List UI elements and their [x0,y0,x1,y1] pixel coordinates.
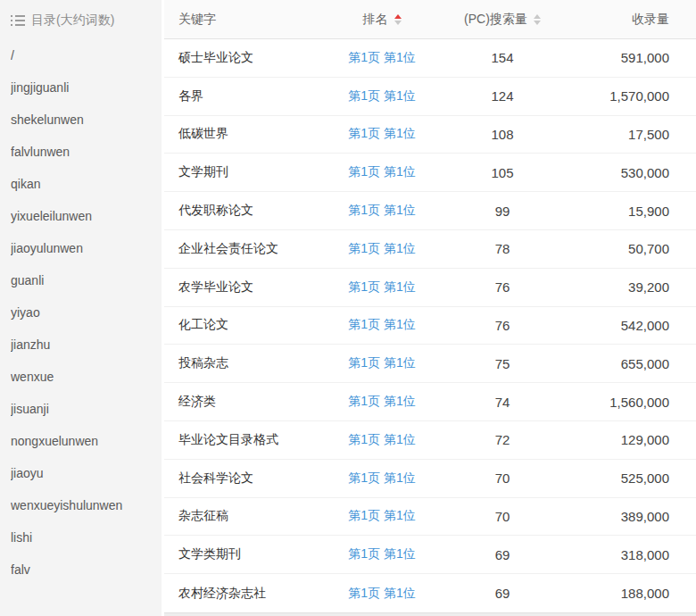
sidebar-item-directory[interactable]: jingjiguanli [11,71,162,104]
rank-cell: 第1页 第1位 [319,546,444,562]
sort-asc-arrow-icon[interactable] [534,14,541,19]
rank-cell: 第1页 第1位 [319,470,444,487]
sidebar-item-directory[interactable]: jiaoyu [11,457,162,489]
pc-search-volume-cell: 108 [444,127,560,142]
keyword-cell: 低碳世界 [164,126,319,142]
rank-link[interactable]: 第1页 第1位 [348,546,415,561]
table-row: 投稿杂志第1页 第1位75655,000 [164,345,696,383]
sidebar-item-directory[interactable]: lishi [11,521,162,554]
sort-desc-arrow-icon[interactable] [394,21,402,25]
keyword-cell: 文学期刊 [164,164,319,180]
indexed-count-cell: 15,900 [560,204,696,219]
indexed-count-cell: 39,200 [560,279,696,295]
rank-link[interactable]: 第1页 第1位 [348,470,415,485]
indexed-count-cell: 530,000 [560,165,696,180]
table-row: 企业社会责任论文第1页 第1位7850,700 [164,230,696,269]
sort-desc-arrow-icon[interactable] [534,21,541,25]
indexed-count-cell: 1,570,000 [560,88,696,104]
table-row: 毕业论文目录格式第1页 第1位72129,000 [164,421,696,460]
pc-search-volume-cell: 69 [444,586,560,601]
sidebar: 目录(大约词数) /jingjiguanlishekelunwenfalvlun… [0,0,162,616]
sidebar-header: 目录(大约词数) [11,11,162,30]
rank-link[interactable]: 第1页 第1位 [348,88,415,103]
rank-link[interactable]: 第1页 第1位 [348,203,415,217]
pc-search-volume-cell: 69 [444,547,560,562]
indexed-count-cell: 525,000 [560,470,696,486]
keyword-cell: 农学毕业论文 [164,279,319,296]
pc-search-volume-cell: 124 [444,88,560,104]
table-row: 硕士毕业论文第1页 第1位154591,000 [164,39,696,78]
indexed-count-cell: 318,000 [560,547,696,562]
rank-link[interactable]: 第1页 第1位 [348,586,415,600]
rank-cell: 第1页 第1位 [319,203,444,219]
sidebar-item-directory[interactable]: jisuanji [11,393,162,425]
keyword-rank-app: 目录(大约词数) /jingjiguanlishekelunwenfalvlun… [0,0,696,616]
pc-search-volume-cell: 76 [444,279,560,295]
sidebar-item-directory[interactable]: falvlunwen [11,136,162,168]
keyword-cell: 化工论文 [164,317,319,333]
list-icon [11,14,25,27]
sidebar-item-directory[interactable]: wenxue [11,361,162,393]
pc-search-volume-cell: 78 [444,241,560,256]
rank-link[interactable]: 第1页 第1位 [348,355,415,370]
rank-link[interactable]: 第1页 第1位 [348,508,415,522]
table-header-row: 关键字 排名 (PC)搜索量 [164,0,696,39]
keyword-table-panel: 关键字 排名 (PC)搜索量 [164,0,696,616]
rank-cell: 第1页 第1位 [319,432,444,448]
table-row: 杂志征稿第1页 第1位70389,000 [164,498,696,537]
sidebar-item-directory[interactable]: wenxueyishulunwen [11,489,162,521]
table-row: 代发职称论文第1页 第1位9915,900 [164,192,696,230]
pc-search-volume-cell: 99 [444,204,560,219]
rank-cell: 第1页 第1位 [319,241,444,257]
rank-link[interactable]: 第1页 第1位 [348,394,415,408]
sidebar-item-directory[interactable]: jiaoyulunwen [11,232,162,264]
keyword-cell: 硕士毕业论文 [164,50,319,66]
sidebar-item-directory[interactable]: guanli [11,264,162,296]
column-header-pc-search-label: (PC)搜索量 [464,12,527,28]
sort-icon-pc-search[interactable] [534,14,541,25]
rank-cell: 第1页 第1位 [319,126,444,142]
rank-cell: 第1页 第1位 [319,394,444,410]
rank-cell: 第1页 第1位 [319,164,444,180]
sidebar-item-directory[interactable]: falv [11,554,162,586]
column-header-pc-search[interactable]: (PC)搜索量 [444,12,560,28]
table-row: 经济类第1页 第1位741,560,000 [164,383,696,421]
column-header-indexed: 收录量 [560,12,696,28]
sidebar-item-directory[interactable]: qikan [11,168,162,200]
keyword-cell: 文学类期刊 [164,546,319,562]
keyword-cell: 企业社会责任论文 [164,241,319,257]
pc-search-volume-cell: 70 [444,470,560,486]
rank-link[interactable]: 第1页 第1位 [348,126,415,140]
sidebar-item-directory[interactable]: / [11,39,162,71]
sidebar-item-directory[interactable]: shekelunwen [11,104,162,136]
rank-link[interactable]: 第1页 第1位 [348,279,415,294]
rank-cell: 第1页 第1位 [319,355,444,371]
indexed-count-cell: 188,000 [560,586,696,601]
keyword-cell: 毕业论文目录格式 [164,432,319,448]
keyword-cell: 经济类 [164,394,319,410]
sidebar-item-directory[interactable]: yiyao [11,296,162,329]
indexed-count-cell: 591,000 [560,50,696,65]
indexed-count-cell: 389,000 [560,509,696,524]
sort-asc-arrow-icon[interactable] [394,14,402,19]
table-row: 文学期刊第1页 第1位105530,000 [164,154,696,192]
sort-icon-rank[interactable] [394,14,402,25]
sidebar-item-directory[interactable]: nongxuelunwen [11,425,162,457]
keyword-cell: 投稿杂志 [164,355,319,371]
rank-cell: 第1页 第1位 [319,88,444,104]
sidebar-item-directory[interactable]: yixueleilunwen [11,200,162,232]
rank-link[interactable]: 第1页 第1位 [348,50,415,64]
indexed-count-cell: 542,000 [560,318,696,333]
rank-cell: 第1页 第1位 [319,317,444,333]
keyword-cell: 代发职称论文 [164,203,319,219]
sidebar-item-directory[interactable]: jianzhu [11,329,162,361]
rank-link[interactable]: 第1页 第1位 [348,164,415,179]
rank-link[interactable]: 第1页 第1位 [348,241,415,255]
rank-link[interactable]: 第1页 第1位 [348,432,415,446]
pc-search-volume-cell: 70 [444,509,560,524]
rank-link[interactable]: 第1页 第1位 [348,317,415,331]
column-header-rank[interactable]: 排名 [319,12,444,28]
indexed-count-cell: 129,000 [560,432,696,447]
table-row: 农村经济杂志社第1页 第1位69188,000 [164,574,696,612]
table-row: 低碳世界第1页 第1位10817,500 [164,116,696,154]
